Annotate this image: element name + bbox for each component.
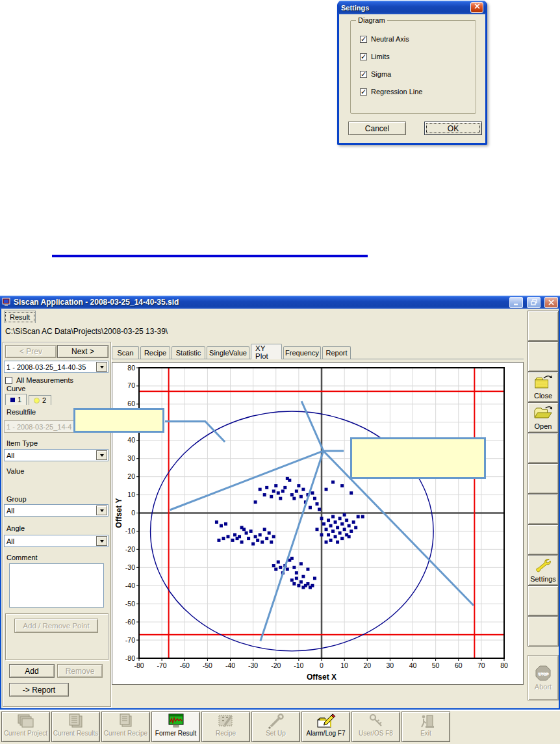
grid-pen-icon	[216, 713, 236, 730]
app-icon	[2, 298, 11, 307]
checkbox-checked-icon[interactable]: ✓	[360, 71, 367, 78]
svg-text:-30: -30	[248, 661, 258, 669]
group-select[interactable]: All	[4, 504, 108, 517]
item-type-select[interactable]: All	[4, 449, 108, 461]
toolbar-button-current-project[interactable]: Current Project	[1, 712, 50, 742]
toolbar-button-exit[interactable]: Exit	[401, 712, 450, 742]
stop-icon: STOP	[535, 665, 552, 683]
tab-report[interactable]: Report	[322, 346, 351, 359]
ok-button[interactable]: OK	[424, 122, 482, 135]
right-button-blank-7[interactable]	[528, 524, 559, 555]
all-measurements-label: All Measurements	[16, 376, 73, 384]
chevron-down-icon[interactable]	[96, 506, 107, 515]
right-button-close[interactable]: Close	[528, 372, 559, 402]
toolbar-button-set-up[interactable]: Set Up	[251, 712, 300, 742]
toolbar-button-current-results[interactable]: Current Results	[51, 712, 100, 742]
right-button-blank-6[interactable]	[528, 494, 559, 524]
right-button-blank-0[interactable]	[528, 311, 559, 341]
tab-result[interactable]: Result	[4, 311, 36, 323]
prev-button[interactable]: < Prev	[5, 345, 57, 358]
checkbox-label: Neutral Axis	[371, 35, 409, 43]
diagram-checkbox-regression-line[interactable]: ✓Regression Line	[360, 88, 423, 96]
tab-xy-plot[interactable]: XY Plot	[251, 344, 282, 359]
callout-box-2	[350, 437, 486, 479]
toolbar-button-former-result[interactable]: Former Result	[151, 712, 200, 742]
checkbox-checked-icon[interactable]: ✓	[360, 88, 367, 96]
settings-dialog: Settings Diagram ✓Neutral Axis✓Limits✓Si…	[337, 1, 487, 145]
close-icon[interactable]	[470, 2, 483, 13]
cancel-button[interactable]: Cancel	[348, 122, 406, 135]
add-remove-point-button[interactable]: Add / Remove Point	[14, 619, 98, 633]
tab-singlevalue[interactable]: SingleValue	[207, 346, 249, 359]
checkbox-checked-icon[interactable]: ✓	[360, 53, 367, 60]
group-label: Group	[6, 495, 27, 503]
curve2-marker-icon	[34, 398, 40, 404]
all-measurements-checkbox[interactable]: All Measurements	[5, 376, 73, 384]
tab-label: Report	[325, 349, 347, 357]
toolbar-button-label: Current Recipe	[104, 730, 147, 737]
toolbar-button-recipe[interactable]: Recipe	[201, 712, 250, 742]
remove-button[interactable]: Remove	[57, 664, 103, 678]
tools-icon	[266, 713, 286, 730]
tab-statistic[interactable]: Statistic	[172, 346, 205, 359]
tab-scan[interactable]: Scan	[112, 346, 139, 359]
measurement-select[interactable]: 1 - 2008-03-25_14-40-35	[4, 361, 108, 373]
svg-text:20: 20	[363, 661, 371, 669]
right-button-blank-5[interactable]	[528, 463, 559, 494]
diagram-checkbox-limits[interactable]: ✓Limits	[360, 53, 390, 60]
restore-icon[interactable]	[527, 297, 541, 308]
right-button-blank-1[interactable]	[528, 341, 559, 372]
checkbox-checked-icon[interactable]: ✓	[360, 36, 367, 43]
right-button-open[interactable]: Open	[528, 402, 559, 433]
chevron-down-icon[interactable]	[96, 362, 107, 372]
comment-label: Comment	[6, 554, 38, 561]
tabstrip-line	[112, 359, 524, 359]
right-button-blank-10[interactable]	[528, 616, 559, 647]
comment-textarea[interactable]	[9, 563, 104, 608]
exit-door-icon	[416, 713, 436, 730]
svg-text:-40: -40	[225, 661, 235, 669]
xy-plot-panel: -80-70-60-50-40-30-20-100102030405060708…	[112, 362, 524, 685]
diagram-groupbox: Diagram ✓Neutral Axis✓Limits✓Sigma✓Regre…	[350, 20, 476, 114]
checkbox-icon[interactable]	[5, 377, 12, 384]
project-path: C:\SiScan AC Data\Projects\2008-03-25 13…	[5, 327, 168, 336]
svg-text:-20: -20	[271, 661, 281, 669]
toolbar-button-label: User/OS F8	[359, 730, 393, 737]
svg-text:80: 80	[127, 364, 135, 372]
chevron-down-icon[interactable]	[96, 450, 107, 460]
angle-label: Angle	[6, 524, 25, 532]
tab-curve-2[interactable]: 2	[29, 395, 51, 405]
toolbar-button-label: Current Results	[53, 730, 98, 737]
tab-frequency[interactable]: Frequency	[283, 346, 321, 359]
right-button-blank-4[interactable]	[528, 433, 559, 463]
window-title: Siscan Application - 2008-03-25_14-40-35…	[14, 298, 505, 307]
minimize-icon[interactable]	[509, 297, 523, 308]
frames-icon	[16, 713, 36, 730]
toolbar-button-user-os-f8[interactable]: User/OS F8	[351, 712, 400, 742]
settings-dialog-titlebar[interactable]: Settings	[338, 1, 486, 14]
docstack-icon	[66, 713, 86, 730]
tab-curve-2-label: 2	[42, 396, 46, 404]
svg-text:10: 10	[127, 491, 135, 498]
add-button[interactable]: Add	[9, 664, 55, 678]
window-titlebar[interactable]: Siscan Application - 2008-03-25_14-40-35…	[0, 296, 560, 309]
right-button-blank-9[interactable]	[528, 585, 559, 616]
folder-open-icon	[533, 405, 553, 422]
right-button-abort[interactable]: STOPAbort	[528, 655, 559, 700]
right-button-label: Close	[534, 392, 552, 400]
folder-pencil-icon	[315, 713, 337, 730]
diagram-checkbox-sigma[interactable]: ✓Sigma	[360, 70, 391, 78]
report-button[interactable]: -> Report	[9, 683, 69, 697]
next-button[interactable]: Next >	[57, 345, 108, 358]
toolbar-button-alarm-log-f7[interactable]: Alarm/Log F7	[301, 712, 350, 742]
angle-select[interactable]: All	[4, 535, 108, 547]
right-button-settings[interactable]: Settings	[528, 555, 559, 585]
tab-curve-1[interactable]: 1	[5, 394, 27, 405]
chevron-down-icon[interactable]	[96, 536, 107, 546]
diagram-checkbox-neutral-axis[interactable]: ✓Neutral Axis	[360, 35, 409, 43]
tab-recipe[interactable]: Recipe	[140, 346, 170, 359]
window-close-icon[interactable]	[544, 297, 558, 308]
toolbar-button-current-recipe[interactable]: Current Recipe	[101, 712, 150, 742]
svg-text:Offset Y: Offset Y	[114, 498, 123, 528]
toolbar-button-label: Alarm/Log F7	[306, 730, 345, 737]
